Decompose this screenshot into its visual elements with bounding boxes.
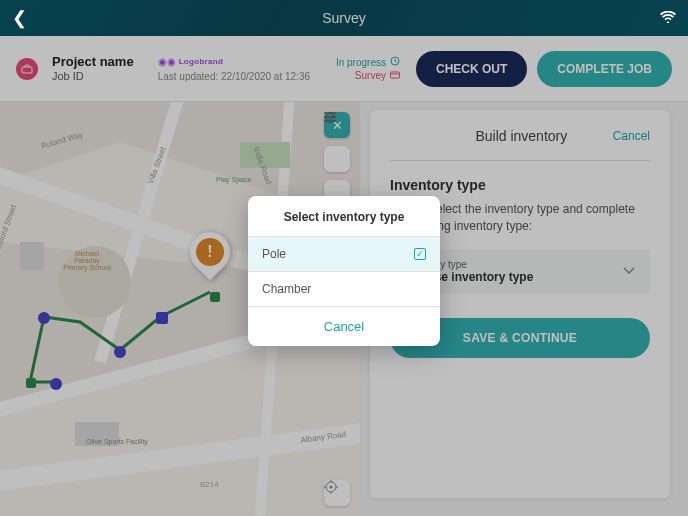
modal-option-label: Chamber <box>262 282 311 296</box>
back-button[interactable]: ❮ <box>12 7 27 29</box>
wifi-icon <box>660 10 676 26</box>
modal-option-label: Pole <box>262 247 286 261</box>
modal-option-chamber[interactable]: Chamber <box>248 271 440 306</box>
modal-option-pole[interactable]: Pole ✓ <box>248 236 440 271</box>
select-inventory-type-modal: Select inventory type Pole ✓ Chamber Can… <box>248 196 440 346</box>
checkmark-icon: ✓ <box>414 248 426 260</box>
modal-cancel-button[interactable]: Cancel <box>248 306 440 346</box>
modal-title: Select inventory type <box>248 196 440 236</box>
